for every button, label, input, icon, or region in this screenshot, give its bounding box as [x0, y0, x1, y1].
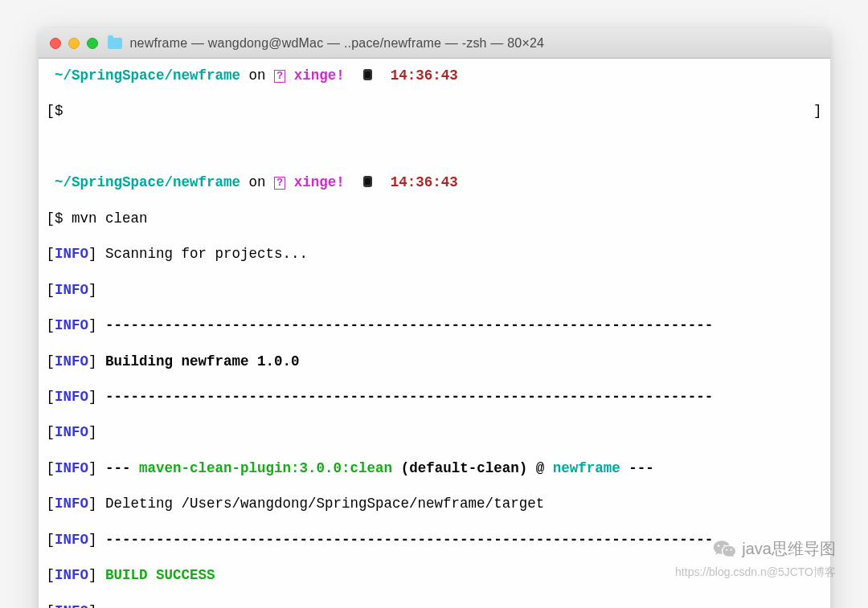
log-line: [INFO] Scanning for projects... [47, 245, 822, 263]
log-line: [INFO] ---------------------------------… [47, 531, 822, 549]
log-line: [INFO] [47, 281, 822, 299]
watermark-url: https://blog.csdn.n@5JCTO博客 [675, 565, 836, 580]
titlebar[interactable]: newframe — wangdong@wdMac — ..pace/newfr… [39, 28, 830, 59]
prompt-time: 14:36:43 [391, 67, 458, 84]
terminal-window: newframe — wangdong@wdMac — ..pace/newfr… [39, 28, 830, 608]
minimize-icon[interactable] [68, 38, 80, 49]
maximize-icon[interactable] [87, 38, 98, 49]
log-line: [INFO] Building newframe 1.0.0 [47, 353, 822, 370]
prompt-time: 14:36:43 [391, 174, 458, 190]
command-line: [$ mvn clean [47, 210, 822, 227]
terminal-body[interactable]: ~/SpringSpace/newframe on ? xinge! 14:36… [39, 59, 830, 608]
watch-icon [362, 174, 374, 189]
watermark: java思维导图 [713, 538, 836, 560]
git-branch: ? xinge! [274, 67, 345, 84]
close-icon[interactable] [50, 38, 61, 49]
window-title: newframe — wangdong@wdMac — ..pace/newfr… [130, 36, 545, 51]
watch-icon [362, 67, 374, 82]
prompt-path: ~/SpringSpace/newframe [55, 67, 240, 84]
log-line: [INFO] --- maven-clean-plugin:3.0.0:clea… [47, 459, 822, 477]
traffic-lights [50, 38, 98, 49]
log-line: [INFO] [47, 423, 822, 441]
git-branch: ? xinge! [274, 174, 345, 190]
log-line: [INFO] Deleting /Users/wangdong/SpringSp… [47, 495, 822, 512]
watermark-text: java思维导图 [742, 538, 836, 560]
command-line: [$ ] [47, 102, 822, 120]
wechat-icon [713, 539, 737, 560]
log-line: [INFO] ---------------------------------… [47, 388, 822, 406]
log-line: [INFO] ---------------------------------… [47, 602, 822, 608]
folder-icon [108, 38, 122, 49]
log-line: [INFO] ---------------------------------… [47, 316, 822, 334]
prompt-path: ~/SpringSpace/newframe [55, 174, 240, 190]
